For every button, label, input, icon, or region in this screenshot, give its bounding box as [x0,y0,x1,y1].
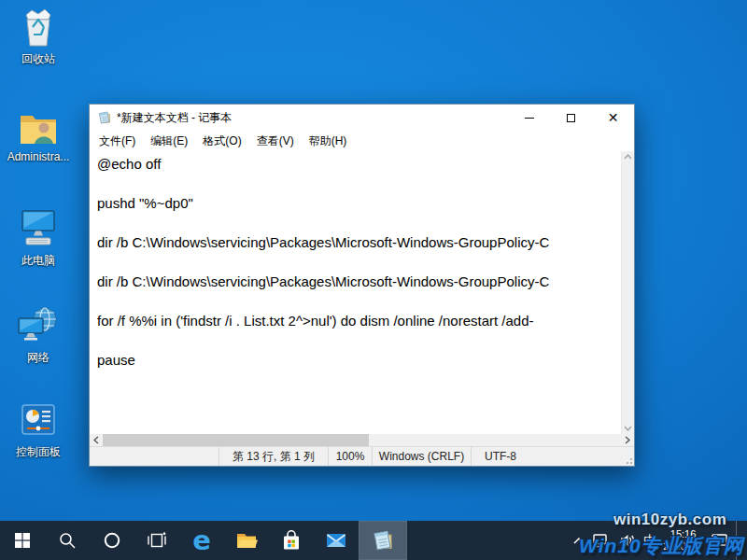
scroll-right-icon[interactable] [621,434,634,446]
title-bar[interactable]: *新建文本文档 - 记事本 ✕ [90,105,634,131]
cortana-icon [103,531,121,550]
minimize-button[interactable] [508,105,550,131]
desktop-icon-this-pc[interactable]: 此电脑 [0,205,77,269]
notepad-window: *新建文本文档 - 记事本 ✕ 文件(F) 编辑(E) 格式(O) 查看(V) … [89,104,635,467]
microsoft-store-icon [281,529,302,552]
text-line: @echo off [97,154,621,193]
scroll-left-icon[interactable] [90,434,103,446]
control-panel-icon [17,399,60,443]
desktop-icon-label: 控制面板 [0,444,77,460]
text-content[interactable]: @echo off pushd "%~dp0" dir /b C:\Window… [90,151,621,434]
task-view-icon [147,531,167,550]
text-line: for /f %%i in ('findstr /i . List.txt 2^… [97,311,621,350]
status-bar: 第 13 行, 第 1 列 100% Windows (CRLF) UTF-8 [90,446,634,466]
menu-help[interactable]: 帮助(H) [302,131,355,152]
network-icon [16,302,61,349]
desktop-icon-label: 此电脑 [0,253,77,269]
watermark-site-name: Win10专业版官网 [579,533,744,559]
start-button[interactable] [0,521,45,560]
maximize-button[interactable] [550,105,592,131]
desktop-icon-label: Administra... [0,150,77,163]
desktop: 回收站 Administra... 此电脑 网络 [0,0,747,560]
notepad-taskbar-button[interactable] [359,521,407,560]
edge-button[interactable] [179,521,224,560]
status-cursor-position: 第 13 行, 第 1 列 [218,447,328,466]
scroll-down-icon[interactable] [624,426,632,431]
file-explorer-icon [235,530,258,551]
search-button[interactable] [45,521,90,560]
desktop-icon-recycle-bin[interactable]: 回收站 [0,6,77,67]
minimize-icon [525,118,534,119]
menu-bar: 文件(F) 编辑(E) 格式(O) 查看(V) 帮助(H) [90,131,634,151]
scrollbar-thumb[interactable] [103,434,369,446]
maximize-icon [567,114,575,122]
text-line: pushd "%~dp0" [97,193,621,232]
editor-area[interactable]: @echo off pushd "%~dp0" dir /b C:\Window… [90,151,634,434]
desktop-icon-administrator[interactable]: Administra... [0,105,77,163]
resize-grip[interactable] [625,456,632,464]
menu-edit[interactable]: 编辑(E) [143,131,195,152]
file-explorer-button[interactable] [224,521,269,560]
close-icon: ✕ [608,111,619,124]
menu-view[interactable]: 查看(V) [249,131,302,152]
user-folder-icon [17,105,60,149]
text-line: dir /b C:\Windows\servicing\Packages\Mic… [97,272,621,311]
window-title: *新建文本文档 - 记事本 [117,110,508,126]
status-zoom-level: 100% [328,447,372,466]
mail-icon [325,531,347,550]
this-pc-icon [16,205,61,252]
desktop-icon-control-panel[interactable]: 控制面板 [0,399,77,460]
horizontal-scrollbar[interactable] [90,434,634,446]
text-line: pause [97,350,621,389]
status-line-ending: Windows (CRLF) [372,447,471,466]
cortana-button[interactable] [90,521,134,560]
task-view-button[interactable] [134,521,179,560]
mail-button[interactable] [314,521,359,560]
notepad-icon [371,528,395,553]
menu-format[interactable]: 格式(O) [195,131,248,152]
desktop-icon-network[interactable]: 网络 [0,302,77,366]
close-button[interactable]: ✕ [592,105,634,131]
windows-logo-icon [14,532,31,549]
vertical-scrollbar[interactable] [621,151,634,434]
watermark-url: win10zyb.com [613,511,726,529]
status-spacer [90,447,218,466]
text-line: dir /b C:\Windows\servicing\Packages\Mic… [97,232,621,272]
store-button[interactable] [269,521,314,560]
search-icon [58,531,77,550]
menu-file[interactable]: 文件(F) [92,131,143,152]
status-encoding: UTF-8 [471,447,634,466]
recycle-bin-icon [17,6,60,50]
desktop-icon-label: 回收站 [0,51,77,67]
edge-icon [192,527,211,554]
desktop-icon-label: 网络 [0,350,77,366]
scroll-up-icon[interactable] [624,154,632,160]
notepad-icon [97,110,112,125]
